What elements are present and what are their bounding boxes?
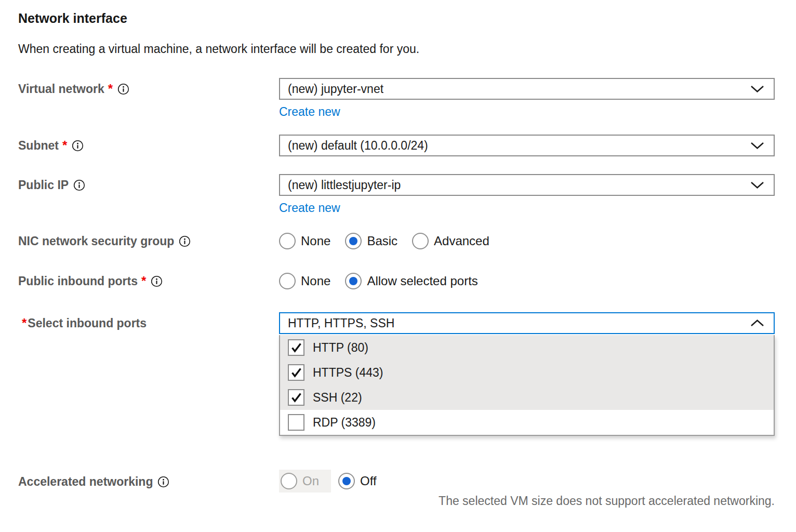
required-asterisk: * — [108, 82, 113, 96]
info-icon[interactable] — [72, 140, 84, 154]
public-inbound-ports-label: Public inbound ports — [18, 274, 138, 288]
field-row-nic-nsg: NIC network security group None Basic Ad… — [18, 232, 775, 250]
radio-circle-selected — [345, 233, 362, 249]
select-inbound-ports-label: Select inbound ports — [28, 316, 147, 330]
public-ip-create-new-link[interactable]: Create new — [279, 201, 340, 215]
nic-nsg-radio-advanced[interactable]: Advanced — [412, 233, 489, 249]
port-option-https[interactable]: HTTPS (443) — [280, 360, 774, 385]
info-icon[interactable] — [117, 83, 129, 97]
port-option-label: HTTPS (443) — [313, 366, 383, 380]
port-option-http[interactable]: HTTP (80) — [280, 335, 774, 360]
checkmark-icon — [290, 392, 302, 403]
field-row-virtual-network: Virtual network * (new) jupyter-vnet Cre… — [18, 78, 775, 119]
radio-circle — [412, 233, 429, 249]
radio-circle — [279, 273, 296, 289]
select-inbound-ports-value: HTTP, HTTPS, SSH — [288, 316, 394, 330]
subnet-dropdown[interactable]: (new) default (10.0.0.0/24) — [279, 135, 775, 156]
port-option-ssh[interactable]: SSH (22) — [280, 385, 774, 410]
port-option-rdp[interactable]: RDP (3389) — [280, 410, 774, 435]
inbound-ports-radio-none[interactable]: None — [279, 273, 330, 289]
nic-nsg-radio-none[interactable]: None — [279, 233, 330, 249]
checkbox-http-checked[interactable] — [288, 339, 304, 356]
chevron-up-icon — [750, 316, 764, 330]
accelerated-networking-radio-off[interactable]: Off — [338, 473, 377, 489]
virtual-network-label: Virtual network — [18, 82, 104, 96]
required-asterisk: * — [22, 316, 26, 330]
info-icon[interactable] — [151, 275, 163, 289]
radio-circle-selected — [345, 273, 362, 289]
select-inbound-ports-combobox[interactable]: HTTP, HTTPS, SSH — [279, 312, 775, 334]
port-option-label: HTTP (80) — [313, 341, 368, 355]
radio-circle-disabled — [281, 473, 297, 489]
accelerated-networking-on-disabled: On — [279, 470, 331, 493]
port-option-label: SSH (22) — [313, 391, 362, 405]
field-row-accelerated-networking: Accelerated networking On Off The select… — [18, 470, 775, 508]
subnet-label: Subnet — [18, 138, 59, 153]
chevron-down-icon — [750, 82, 764, 96]
inbound-ports-radio-allow-selected[interactable]: Allow selected ports — [345, 273, 477, 289]
nic-nsg-radio-basic[interactable]: Basic — [345, 233, 397, 249]
field-row-subnet: Subnet * (new) default (10.0.0.0/24) — [18, 135, 775, 156]
info-icon[interactable] — [73, 179, 85, 193]
chevron-down-icon — [750, 178, 764, 192]
info-icon[interactable] — [179, 235, 191, 249]
public-ip-dropdown[interactable]: (new) littlestjupyter-ip — [279, 174, 775, 196]
radio-circle-selected — [338, 473, 355, 489]
radio-circle — [279, 233, 296, 249]
info-icon[interactable] — [157, 476, 169, 490]
chevron-down-icon — [750, 139, 764, 153]
required-asterisk: * — [62, 138, 67, 153]
field-row-select-inbound-ports: * Select inbound ports HTTP, HTTPS, SSH … — [18, 312, 775, 436]
port-option-label: RDP (3389) — [313, 416, 376, 430]
virtual-network-dropdown[interactable]: (new) jupyter-vnet — [279, 78, 775, 100]
section-description: When creating a virtual machine, a netwo… — [18, 42, 775, 56]
checkbox-rdp-unchecked[interactable] — [288, 414, 304, 431]
required-asterisk: * — [141, 274, 146, 288]
field-row-public-ip: Public IP (new) littlestjupyter-ip Creat… — [18, 174, 775, 215]
public-ip-label: Public IP — [18, 178, 69, 192]
public-ip-value: (new) littlestjupyter-ip — [288, 178, 401, 192]
accelerated-networking-note: The selected VM size does not support ac… — [279, 494, 775, 508]
subnet-value: (new) default (10.0.0.0/24) — [288, 139, 428, 153]
field-row-public-inbound-ports: Public inbound ports * None Allow select… — [18, 272, 775, 290]
virtual-network-value: (new) jupyter-vnet — [288, 82, 383, 96]
accelerated-networking-radio-on: On — [281, 473, 319, 489]
accelerated-networking-label: Accelerated networking — [18, 474, 153, 489]
checkbox-https-checked[interactable] — [288, 364, 304, 381]
inbound-ports-dropdown-panel: HTTP (80) HTTPS (443) SSH (22) RDP — [279, 335, 775, 436]
checkmark-icon — [290, 367, 302, 378]
nic-nsg-label: NIC network security group — [18, 234, 174, 248]
section-title: Network interface — [18, 10, 775, 26]
checkmark-icon — [290, 342, 302, 353]
checkbox-ssh-checked[interactable] — [288, 389, 304, 406]
virtual-network-create-new-link[interactable]: Create new — [279, 104, 340, 119]
network-interface-section: Network interface When creating a virtua… — [0, 0, 796, 508]
